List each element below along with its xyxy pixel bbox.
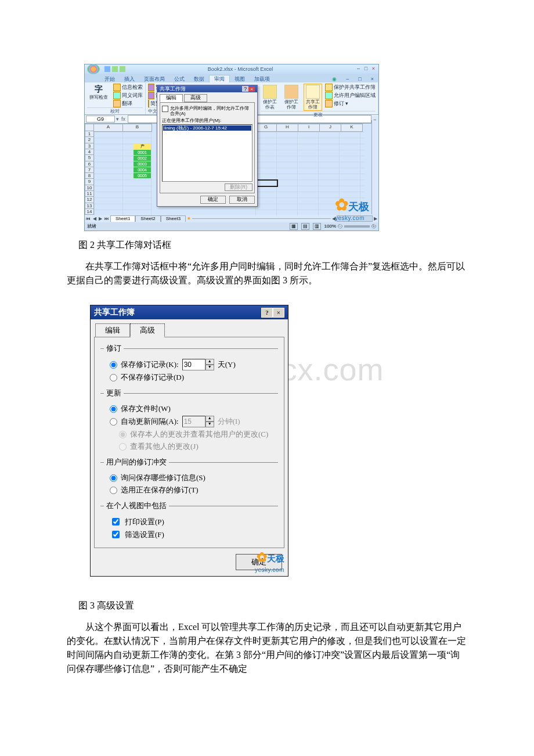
tab-advanced[interactable]: 高级 (130, 323, 165, 337)
thesaurus-item[interactable]: 同义词库 (113, 92, 143, 99)
view-normal-icon[interactable]: ▦ (290, 223, 298, 229)
row-header[interactable]: 9 (85, 179, 94, 185)
dictionary-button[interactable]: 字 拼写检查 (87, 84, 110, 107)
cell[interactable]: 0002 (134, 156, 151, 161)
col-header[interactable]: B (123, 124, 152, 132)
translate-item[interactable]: 翻译 (113, 100, 143, 107)
protect-share-item[interactable]: 保护并共享工作簿 (325, 84, 376, 91)
spin-down-icon[interactable]: ▼ (205, 422, 214, 427)
hscroll-left-icon[interactable]: ◀ (331, 216, 337, 221)
help-icon[interactable]: ◉ (327, 75, 341, 82)
zoom-out-icon[interactable]: ㊀ (338, 224, 342, 229)
use-saving-radio[interactable] (110, 487, 117, 494)
col-header[interactable]: J (320, 124, 341, 132)
col-header[interactable]: H (277, 124, 298, 132)
keep-history-radio[interactable] (110, 361, 117, 369)
spin-down-icon[interactable]: ▼ (205, 365, 214, 370)
tab-edit[interactable]: 编辑 (95, 323, 130, 337)
research-item[interactable]: 信息检索 (113, 84, 143, 91)
dialog-help-icon[interactable]: ? (242, 86, 248, 92)
remove-user-button[interactable]: 删除(R) (225, 183, 252, 192)
new-sheet-icon[interactable]: ✷ (186, 216, 192, 221)
next-sheet-icon[interactable]: ▶ (98, 216, 103, 221)
first-sheet-icon[interactable]: ⏮ (85, 216, 92, 221)
user-entry[interactable]: lining (独占) - 2006-12-7 15:42 (163, 125, 251, 131)
office-button-icon[interactable] (87, 64, 100, 74)
col-header[interactable]: I (298, 124, 320, 132)
row-header[interactable]: 2 (85, 137, 94, 143)
row-header[interactable]: 13 (85, 203, 94, 209)
cell[interactable]: 0005 (134, 173, 151, 178)
protect-sheet-button[interactable]: 保护工作表 (261, 84, 279, 111)
view-layout-icon[interactable]: ▤ (301, 223, 309, 229)
tab-layout[interactable]: 页面布局 (139, 75, 169, 82)
cell[interactable]: 0003 (134, 161, 151, 167)
dialog-help-icon[interactable]: ? (261, 308, 273, 318)
row-header[interactable]: 8 (85, 173, 94, 179)
no-history-radio[interactable] (110, 374, 117, 381)
row-header[interactable]: 14 (85, 209, 94, 215)
close-icon[interactable]: × (370, 66, 377, 72)
history-days-input[interactable] (182, 359, 205, 370)
dialog-close-icon[interactable]: × (273, 308, 284, 318)
save-icon[interactable] (104, 66, 110, 72)
row-header[interactable]: 12 (85, 197, 94, 203)
sheet-tab[interactable]: Sheet2 (135, 215, 160, 221)
row-header[interactable]: 6 (85, 161, 94, 167)
update-on-save-radio[interactable] (110, 405, 117, 413)
spin-up-icon[interactable]: ▲ (205, 359, 214, 365)
sheet-tab[interactable]: Sheet1 (110, 215, 135, 221)
prev-sheet-icon[interactable]: ◀ (92, 216, 98, 221)
name-box[interactable]: G9 (86, 116, 115, 123)
spin-up-icon[interactable]: ▲ (205, 416, 214, 422)
ask-which-radio[interactable] (110, 474, 117, 482)
maximize-icon[interactable]: □ (363, 66, 369, 72)
row-header[interactable]: 5 (85, 155, 94, 161)
col-header[interactable]: G (255, 124, 277, 132)
print-settings-checkbox[interactable] (112, 518, 120, 525)
protect-book-button[interactable]: 保护工作簿 (282, 84, 301, 111)
row-header[interactable]: 11 (85, 191, 94, 197)
ok-button[interactable]: 确定 (236, 554, 282, 570)
ribbon-restore-icon[interactable]: □ (353, 75, 366, 82)
dialog-ok-button[interactable]: 确定 (200, 196, 226, 204)
auto-update-minutes-input[interactable] (182, 416, 205, 427)
undo-icon[interactable] (112, 66, 118, 72)
row-header[interactable]: 10 (85, 185, 94, 191)
zoom-slider[interactable] (344, 225, 370, 228)
dialog-close-icon[interactable]: × (248, 87, 255, 92)
fx-icon[interactable]: fx (119, 116, 128, 122)
sheet-tab[interactable]: Sheet3 (161, 215, 186, 221)
select-all-corner[interactable] (85, 124, 94, 131)
row-header[interactable]: 7 (85, 167, 94, 173)
view-break-icon[interactable]: ▥ (313, 223, 321, 229)
tab-review[interactable]: 审阅 (209, 75, 230, 82)
tab-insert[interactable]: 插入 (120, 75, 139, 82)
checkbox-icon[interactable] (162, 106, 168, 112)
allow-edit-item[interactable]: 允许用户编辑区域 (325, 92, 376, 99)
last-sheet-icon[interactable]: ⏭ (103, 216, 110, 221)
row-header[interactable]: 3 (85, 143, 94, 149)
minimize-icon[interactable]: – (355, 66, 362, 72)
auto-update-radio[interactable] (110, 418, 117, 426)
cell[interactable]: 0004 (134, 167, 151, 172)
filter-settings-checkbox[interactable] (112, 531, 120, 538)
col-header[interactable]: K (341, 124, 363, 132)
track-changes-item[interactable]: 修订 ▾ (325, 100, 376, 107)
row-header[interactable]: 4 (85, 149, 94, 155)
tab-addin[interactable]: 加载项 (250, 75, 275, 82)
tab-formula[interactable]: 公式 (169, 75, 189, 82)
cell[interactable]: 0001 (134, 150, 151, 155)
vertical-scrollbar[interactable] (371, 120, 378, 214)
tab-data[interactable]: 数据 (189, 75, 209, 82)
zoom-in-icon[interactable]: ㊉ (371, 224, 376, 229)
dialog-tab-edit[interactable]: 编辑 (160, 94, 183, 102)
tab-home[interactable]: 开始 (100, 75, 120, 82)
tab-view[interactable]: 视图 (230, 75, 250, 82)
dialog-cancel-button[interactable]: 取消 (229, 196, 255, 204)
hscroll-right-icon[interactable]: ▶ (373, 216, 378, 221)
active-cell[interactable] (255, 179, 278, 187)
row-header[interactable]: 1 (85, 131, 94, 137)
cell[interactable]: 产 (134, 144, 151, 149)
users-listbox[interactable]: lining (独占) - 2006-12-7 15:42 (162, 124, 252, 182)
